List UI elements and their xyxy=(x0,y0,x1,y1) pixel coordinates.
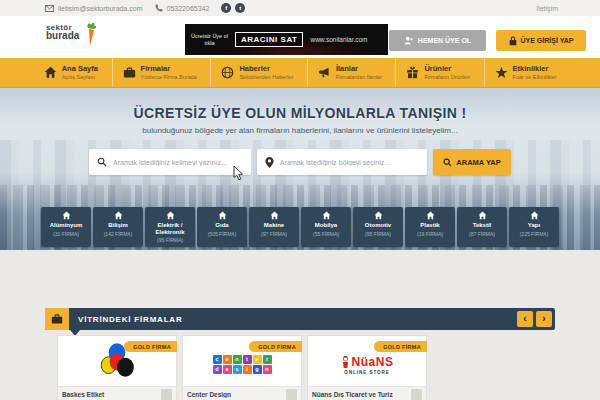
logo-letter: n xyxy=(233,355,242,364)
nav-item-ana-sayfa[interactable]: Ana Sayfa Açılış Sayfası xyxy=(34,58,108,87)
firm-card-footer: Nüans Dış Ticaret ve Turiz xyxy=(308,386,426,400)
carousel-prev-button[interactable]: ‹ xyxy=(517,311,533,327)
logo-letter: c xyxy=(213,355,222,364)
nuans-logo-title: NüaNS xyxy=(352,355,394,369)
search-icon xyxy=(443,158,452,167)
globe-icon xyxy=(221,66,234,79)
nav-item-label: Haberler xyxy=(239,65,293,73)
star-icon xyxy=(495,66,508,79)
nav-item-ilanlar[interactable]: İlanlar Firmalardan İlanlar xyxy=(307,58,392,87)
logo-letter: g xyxy=(253,365,262,374)
firm-card-baskes-etiket[interactable]: GOLD FİRMA Baskes Etiket xyxy=(57,335,177,400)
home-icon xyxy=(530,211,539,220)
add-user-icon xyxy=(404,36,414,45)
category-name: Tekstil xyxy=(473,222,492,229)
firm-detail-button[interactable] xyxy=(286,389,297,400)
nav-item-firmalar[interactable]: Firmalar Yüzlerce Firma Burada xyxy=(112,58,207,87)
briefcase-icon xyxy=(123,66,136,79)
login-button[interactable]: ÜYE GİRİŞİ YAP xyxy=(496,30,586,51)
gold-firma-badge: GOLD FİRMA xyxy=(124,341,177,352)
category-count: (95 FİRMA) xyxy=(365,231,391,237)
site-logo[interactable]: sektör burada xyxy=(46,24,79,40)
keyword-search-input[interactable] xyxy=(113,159,243,166)
home-icon xyxy=(374,211,383,220)
firm-card-center-design[interactable]: GOLD FİRMA c e n t e r d e s i xyxy=(182,335,302,400)
home-icon xyxy=(166,211,175,220)
category-tile-gida[interactable]: Gıda (505 FİRMA) xyxy=(197,207,247,247)
signup-button-label: HEMEN ÜYE OL xyxy=(418,37,471,44)
login-button-label: ÜYE GİRİŞİ YAP xyxy=(521,37,574,44)
logo-letter: i xyxy=(243,365,252,374)
region-search-field[interactable] xyxy=(257,149,427,175)
logo-letter: n xyxy=(263,365,272,374)
page: iletisim@sektorburada.com 05322065342 f … xyxy=(0,0,600,400)
home-icon xyxy=(218,211,227,220)
topbar-phone: 05322065342 xyxy=(167,5,210,12)
firm-detail-button[interactable] xyxy=(161,389,172,400)
category-tile-makine[interactable]: Makine (97 FİRMA) xyxy=(249,207,299,247)
firm-name: Nüans Dış Ticaret ve Turiz xyxy=(312,391,408,398)
topbar-social: f t xyxy=(221,3,245,13)
category-tile-otomotiv[interactable]: Otomotiv (95 FİRMA) xyxy=(353,207,403,247)
search-button-label: ARAMA YAP xyxy=(456,158,500,167)
category-count: (505 FİRMA) xyxy=(208,231,237,237)
keyword-search-field[interactable] xyxy=(89,149,251,175)
showcase-title: VİTRİNDEKİ FİRMALAR xyxy=(78,315,183,324)
nav-item-label: Ürünler xyxy=(424,65,470,73)
nav-item-sublabel: Firmalardan İlanlar xyxy=(336,73,382,81)
category-name: Makine xyxy=(264,222,284,229)
gift-icon xyxy=(406,66,419,79)
nav-item-haberler[interactable]: Haberler Sektörlerden Haberler xyxy=(210,58,303,87)
ad-banner-url: www.sonilanlar.com xyxy=(310,36,367,43)
category-tile-aluminyum[interactable]: Alüminyum (31 FİRMA) xyxy=(41,207,91,247)
nav-item-etkinlikler[interactable]: Etkinlikler Fuar ve Etkinlikler xyxy=(484,58,567,87)
category-tile-tekstil[interactable]: Tekstil (87 FİRMA) xyxy=(457,207,507,247)
category-name: Otomotiv xyxy=(365,222,391,229)
category-name: Mobilya xyxy=(315,222,337,229)
category-tile-plastik[interactable]: Plastik (19 FİRMA) xyxy=(405,207,455,247)
search-button[interactable]: ARAMA YAP xyxy=(433,149,511,175)
nav-item-label: Firmalar xyxy=(141,65,197,73)
nav-item-label: Etkinlikler xyxy=(513,65,557,73)
signup-button[interactable]: HEMEN ÜYE OL xyxy=(389,30,486,51)
firm-name: Center Design xyxy=(187,391,283,398)
nav-item-label: Ana Sayfa xyxy=(62,65,98,73)
category-count: (97 FİRMA) xyxy=(261,231,287,237)
category-count: (87 FİRMA) xyxy=(469,231,495,237)
category-name: Gıda xyxy=(215,222,228,229)
category-tile-elektrik-elektronik[interactable]: Elektrik / Elektronik (95 FİRMA) xyxy=(145,207,195,247)
firm-detail-button[interactable] xyxy=(411,389,422,400)
logo-line2: burada xyxy=(46,32,79,40)
home-icon xyxy=(322,211,331,220)
firm-card-nuans[interactable]: GOLD FİRMA NüaNS ONLINE STORE Nüans Dı xyxy=(307,335,427,400)
nuans-logo-subtitle: ONLINE STORE xyxy=(344,370,390,375)
facebook-icon[interactable]: f xyxy=(221,3,231,13)
category-name: Alüminyum xyxy=(50,222,83,229)
category-count: (55 FİRMA) xyxy=(313,231,339,237)
main-nav: Ana Sayfa Açılış Sayfası Firmalar Yüzler… xyxy=(0,58,600,88)
phone-icon xyxy=(155,4,163,12)
topbar-contact-link[interactable]: İletişim xyxy=(536,0,558,16)
top-utility-bar: iletisim@sektorburada.com 05322065342 f … xyxy=(0,0,600,16)
topbar-phone-link[interactable]: 05322065342 xyxy=(155,4,210,12)
mouse-cursor xyxy=(233,165,244,185)
category-count: (225 FİRMA) xyxy=(520,231,549,237)
envelope-icon xyxy=(45,5,54,12)
carousel-next-button[interactable]: › xyxy=(536,311,552,327)
topbar-email-link[interactable]: iletisim@sektorburada.com xyxy=(45,5,143,12)
category-count: (95 FİRMA) xyxy=(157,237,183,243)
category-tile-mobilya[interactable]: Mobilya (55 FİRMA) xyxy=(301,207,351,247)
carrot-icon xyxy=(82,21,98,47)
category-tile-bilisim[interactable]: Bilişim (142 FİRMA) xyxy=(93,207,143,247)
firm-name: Baskes Etiket xyxy=(62,391,158,398)
search-bar: ARAMA YAP xyxy=(0,149,600,175)
ad-banner[interactable]: Ücretsiz Üye ol tıkla ARACINI SAT www.so… xyxy=(185,24,388,55)
region-search-input[interactable] xyxy=(280,159,419,166)
ad-banner-title: ARACINI SAT xyxy=(235,32,303,47)
home-icon xyxy=(44,66,57,79)
category-tile-yapi[interactable]: Yapı (225 FİRMA) xyxy=(509,207,559,247)
home-icon xyxy=(270,211,279,220)
twitter-icon[interactable]: t xyxy=(235,3,245,13)
hero-subtitle: bulunduğunuz bölgede yer alan firmaların… xyxy=(0,126,600,135)
nav-item-urunler[interactable]: Ürünler Firmaların Ürünleri xyxy=(395,58,480,87)
